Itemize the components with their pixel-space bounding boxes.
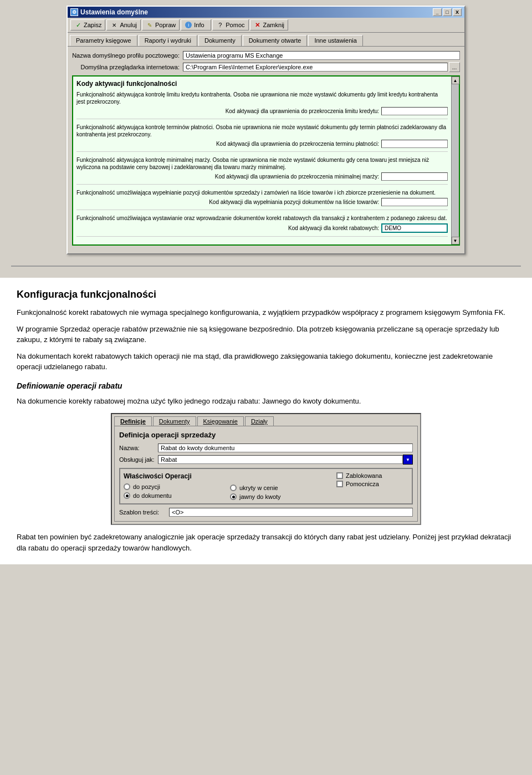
dialog-title: Ustawienia domyślne	[80, 8, 148, 16]
template-input[interactable]	[169, 508, 413, 517]
edit-label: Popraw	[155, 22, 176, 28]
activation-code-label-5: Kod aktywacji dla korekt rabatowych:	[288, 225, 379, 231]
radio-do-pozycji[interactable]: do pozycji	[124, 483, 224, 490]
template-field-row: Szablon treści:	[119, 508, 413, 517]
toolbar: ✓ Zapisz ✕ Anuluj ✎ Popraw i Info ? Pomo…	[68, 18, 464, 33]
save-button[interactable]: ✓ Zapisz	[70, 19, 105, 30]
browser-input[interactable]	[183, 63, 448, 72]
properties-right: Zablokowana Pomocnicza	[336, 472, 408, 500]
activation-desc-4: Funkcjonalność umożliwiająca wypełnianie…	[76, 189, 448, 196]
paragraph-2: W programie Sprzedaż operacje rabatów pr…	[17, 324, 515, 345]
activation-code-input-1[interactable]	[381, 107, 448, 115]
activation-item-2: Funkcjonalność aktywująca kontrolę termi…	[76, 124, 448, 152]
checkbox-box-pomocnicza	[336, 481, 343, 487]
check-icon: ✓	[74, 21, 82, 29]
properties-left: Właściwości Operacji do pozycji do dokum…	[124, 472, 224, 500]
inner-tab-dokumenty[interactable]: Dokumenty	[153, 416, 196, 426]
activation-desc-2: Funkcjonalność aktywująca kontrolę termi…	[76, 124, 448, 138]
checkbox-pomocnicza[interactable]: Pomocnicza	[336, 481, 408, 487]
tab-raporty[interactable]: Raporty i wydruki	[139, 35, 197, 46]
activation-desc-5: Funkcjonalność umożliwiająca wystawianie…	[76, 215, 448, 222]
tab-inne[interactable]: Inne ustawienia	[308, 35, 362, 46]
help-button[interactable]: ? Pomoc	[212, 19, 248, 30]
radio-do-dokumentu[interactable]: do dokumentu	[124, 492, 224, 499]
radio-jawny[interactable]: jawny do kwoty	[230, 493, 331, 500]
save-label: Zapisz	[84, 22, 101, 28]
nazwa-field-row: Nazwa:	[119, 443, 413, 452]
activation-title: Kody aktywacji funkcjonalności	[76, 80, 448, 88]
scroll-down-button[interactable]: ▼	[452, 237, 459, 244]
tab-parametry[interactable]: Parametry księgowe	[70, 35, 137, 46]
inner-tab-definicje[interactable]: Definicje	[114, 416, 152, 426]
inner-tab-ksiegowanie[interactable]: Księgowanie	[197, 416, 244, 426]
close-dialog-button[interactable]: ✕ Zamknij	[250, 19, 289, 30]
radio-circle-ukryty	[230, 485, 237, 491]
activation-desc-3: Funkcjonalność aktywująca kontrolę minim…	[76, 156, 448, 171]
close-button[interactable]: X	[453, 8, 462, 16]
properties-title: Właściwości Operacji	[124, 472, 224, 480]
maximize-button[interactable]: □	[443, 8, 452, 16]
properties-middle: ukryty w cenie jawny do kwoty	[230, 472, 331, 500]
paragraph-1: Funkcjonalność korekt rabatowych nie wym…	[17, 307, 515, 318]
inner-tab-bar: Definicje Dokumenty Księgowanie Działy	[112, 414, 420, 426]
radio-ukryty[interactable]: ukryty w cenie	[230, 485, 331, 491]
question-icon: ?	[216, 21, 224, 29]
x-icon: ✕	[110, 21, 118, 29]
left-radio-group: do pozycji do dokumentu	[124, 483, 224, 499]
obsloguj-input[interactable]	[158, 455, 403, 464]
chevron-down-icon: ▼	[406, 457, 410, 462]
browse-button[interactable]: ...	[449, 62, 460, 72]
activation-code-input-2[interactable]	[381, 140, 448, 148]
obsloguj-field-row: Obsługuj jak: ▼	[119, 455, 413, 465]
x-red-icon: ✕	[254, 21, 262, 29]
activation-code-input-4[interactable]	[381, 198, 448, 206]
radio-circle-pozycji	[124, 483, 130, 490]
scrollbar[interactable]: ▲ ▼	[451, 77, 459, 244]
inner-tab-dzialy[interactable]: Działy	[245, 416, 274, 426]
italic-heading: Definiowanie operacji rabatu	[17, 381, 515, 390]
cancel-button[interactable]: ✕ Anuluj	[106, 19, 141, 30]
activation-item-1: Funkcjonalność aktywująca kontrolę limit…	[76, 91, 448, 119]
nazwa-label: Nazwa:	[119, 445, 158, 451]
activation-code-label-3: Kod aktywacji dla uprawnienia do przekro…	[215, 174, 379, 180]
checkbox-zablokowana[interactable]: Zablokowana	[336, 472, 408, 479]
nazwa-input[interactable]	[158, 443, 413, 452]
properties-box: Właściwości Operacji do pozycji do dokum…	[119, 468, 413, 504]
italic-para: Na dokumencie korekty rabatowej można uż…	[17, 396, 515, 407]
scroll-up-button[interactable]: ▲	[452, 77, 459, 84]
minimize-button[interactable]: _	[433, 8, 442, 16]
main-content: Konfiguracja funkcjonalności Funkcjonaln…	[0, 278, 532, 564]
info-label: Info	[194, 22, 204, 28]
activation-item-4: Funkcjonalność umożliwiająca wypełnianie…	[76, 189, 448, 210]
activation-code-input-3[interactable]	[381, 172, 448, 181]
radio-circle-dokumentu	[124, 492, 130, 499]
activation-code-label-4: Kod aktywacji dla wypełniania pozycji do…	[209, 199, 379, 205]
activation-item-5: Funkcjonalność umożliwiająca wystawianie…	[76, 215, 448, 237]
tab-bar: Parametry księgowe Raporty i wydruki Dok…	[68, 33, 464, 47]
dialog-content: Nazwa domyślnego profilu pocztowego: Dom…	[68, 47, 464, 253]
inner-dialog-title: Definicja operacji sprzedaży	[119, 431, 413, 439]
profile-input[interactable]	[183, 51, 460, 60]
info-button[interactable]: i Info	[181, 19, 211, 30]
template-label: Szablon treści:	[119, 509, 169, 516]
main-dialog: ⚙ Ustawienia domyślne _ □ X ✓ Zapisz ✕ A…	[66, 6, 466, 254]
checkbox-label-zablokowana: Zablokowana	[346, 472, 382, 479]
dropdown-button[interactable]: ▼	[403, 455, 413, 465]
browser-label: Domyślna przeglądarka internetowa:	[72, 64, 183, 70]
activation-code-input-5[interactable]	[381, 223, 448, 233]
inner-dialog-body: Definicja operacji sprzedaży Nazwa: Obsł…	[114, 426, 418, 522]
edit-button[interactable]: ✎ Popraw	[142, 19, 180, 30]
radio-circle-jawny	[230, 493, 237, 500]
radio-label-dokumentu: do dokumentu	[133, 492, 172, 499]
tab-dokumenty[interactable]: Dokumenty	[198, 35, 242, 46]
checkbox-box-zablokowana	[336, 472, 343, 479]
help-label: Pomoc	[226, 22, 244, 28]
right-radio-group: ukryty w cenie jawny do kwoty	[230, 485, 331, 500]
pencil-icon: ✎	[146, 21, 154, 29]
tab-dokumenty-otwarte[interactable]: Dokumenty otwarte	[243, 35, 308, 46]
browser-field-row: Domyślna przeglądarka internetowa: ...	[72, 62, 460, 72]
bottom-text: Rabat ten powinien być zadekretowany ana…	[17, 532, 515, 553]
paragraph-3: Na dokumentach korekt rabatowych takich …	[17, 351, 515, 373]
close-label: Zamknij	[263, 22, 285, 28]
radio-label-ukryty: ukryty w cenie	[239, 485, 278, 491]
